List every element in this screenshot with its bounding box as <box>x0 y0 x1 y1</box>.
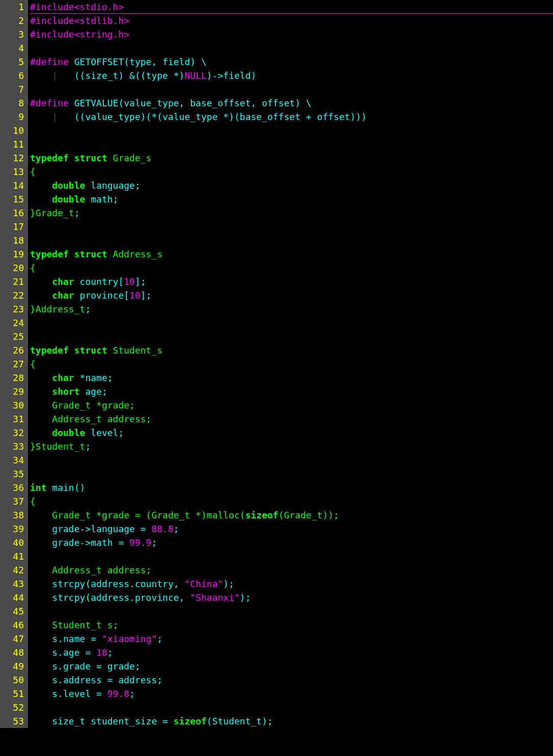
code-token <box>30 180 52 191</box>
code-token <box>30 427 52 438</box>
code-token: *name; <box>80 372 113 383</box>
code-line[interactable] <box>30 453 553 467</box>
code-line[interactable]: #include<string.h> <box>30 27 553 41</box>
line-number: 47 <box>0 632 24 646</box>
code-token <box>30 111 52 122</box>
code-line[interactable]: }Student_t; <box>30 440 553 453</box>
code-token: Student_t <box>36 441 86 452</box>
code-line[interactable]: char province[10]; <box>30 288 553 302</box>
code-token <box>107 345 113 356</box>
code-line[interactable]: s.grade = grade; <box>30 659 553 673</box>
code-line[interactable]: #define GETVALUE(value_type, base_offset… <box>30 96 553 110</box>
code-line[interactable] <box>30 220 553 234</box>
code-token: char <box>52 290 74 301</box>
code-line[interactable]: Grade_t *grade; <box>30 398 553 412</box>
code-line[interactable]: }Address_t; <box>30 302 553 316</box>
code-line[interactable]: char country[10]; <box>30 275 553 288</box>
code-token <box>30 70 52 81</box>
code-token: | <box>52 70 74 81</box>
code-token <box>30 688 52 699</box>
code-token: language; <box>91 180 141 191</box>
code-line[interactable]: Address_t address; <box>30 563 553 577</box>
line-number: 9 <box>0 110 24 124</box>
code-line[interactable]: short age; <box>30 385 553 398</box>
code-token <box>30 661 52 672</box>
code-line[interactable]: | ((value_type)(*(value_type *)(base_off… <box>30 110 553 124</box>
code-token: ; <box>85 441 91 452</box>
code-token: { <box>30 359 36 369</box>
code-line[interactable]: Grade_t *grade = (Grade_t *)malloc(sizeo… <box>30 508 553 522</box>
code-line[interactable]: }Grade_t; <box>30 206 553 220</box>
code-token: strcpy(address.country, <box>52 578 184 589</box>
code-line[interactable]: char *name; <box>30 371 553 385</box>
code-area[interactable]: #include<stdio.h>#include<stdlib.h>#incl… <box>28 0 553 728</box>
code-line[interactable]: strcpy(address.province, "Shaanxi"); <box>30 591 553 604</box>
code-line[interactable]: typedef struct Grade_s <box>30 151 553 165</box>
code-token: ; <box>74 208 80 218</box>
code-token: "Shaanxi" <box>190 592 240 603</box>
code-token: "China" <box>184 578 223 589</box>
code-line[interactable]: grade->language = 88.8; <box>30 522 553 536</box>
code-line[interactable] <box>30 82 553 96</box>
code-line[interactable]: double language; <box>30 179 553 192</box>
code-line[interactable]: { <box>30 357 553 371</box>
code-line[interactable]: #define GETOFFSET(type, field) \ <box>30 55 553 69</box>
code-line[interactable]: s.age = 18; <box>30 646 553 659</box>
code-line[interactable] <box>30 137 553 151</box>
code-line[interactable]: double level; <box>30 426 553 440</box>
code-token: struct <box>74 153 107 163</box>
code-line[interactable]: Student_t s; <box>30 618 553 632</box>
code-line[interactable]: #include<stdio.h> <box>30 0 553 14</box>
line-number: 21 <box>0 275 24 288</box>
code-token <box>107 153 113 163</box>
code-line[interactable]: double math; <box>30 192 553 206</box>
code-line[interactable] <box>30 316 553 330</box>
code-token: size_t student_size = <box>52 716 173 726</box>
code-line[interactable]: s.address = address; <box>30 673 553 687</box>
code-token <box>30 400 52 411</box>
code-line[interactable] <box>30 41 553 55</box>
code-token <box>69 345 74 356</box>
line-number: 43 <box>0 577 24 591</box>
code-token <box>30 414 52 424</box>
code-line[interactable] <box>30 549 553 563</box>
code-token <box>30 194 52 205</box>
code-line[interactable] <box>30 124 553 137</box>
code-line[interactable] <box>30 234 553 247</box>
line-number: 7 <box>0 82 24 96</box>
code-line[interactable]: #include<stdlib.h> <box>30 14 553 27</box>
code-token: | <box>52 111 74 122</box>
code-line[interactable] <box>30 604 553 618</box>
line-number: 33 <box>0 440 24 453</box>
line-number: 53 <box>0 714 24 728</box>
code-line[interactable]: typedef struct Address_s <box>30 247 553 261</box>
code-line[interactable]: int main() <box>30 481 553 495</box>
code-editor[interactable]: 1234567891011121314151617181920212223242… <box>0 0 553 728</box>
code-token <box>47 482 52 493</box>
code-line[interactable] <box>30 701 553 714</box>
line-number: 34 <box>0 453 24 467</box>
code-line[interactable]: { <box>30 261 553 275</box>
code-line[interactable]: { <box>30 495 553 508</box>
code-line[interactable]: size_t student_size = sizeof(Student_t); <box>30 714 553 728</box>
code-line[interactable] <box>30 330 553 343</box>
code-token: int <box>30 482 47 493</box>
code-token: #include <box>30 15 74 26</box>
code-line[interactable] <box>30 467 553 481</box>
code-line[interactable]: Address_t address; <box>30 412 553 426</box>
code-token: 10 <box>124 276 135 287</box>
line-number: 39 <box>0 522 24 536</box>
code-line[interactable]: grade->math = 99.9; <box>30 536 553 549</box>
code-line[interactable]: | ((size_t) &((type *)NULL)->field) <box>30 69 553 82</box>
code-line[interactable]: typedef struct Student_s <box>30 343 553 357</box>
code-line[interactable]: s.level = 99.8; <box>30 687 553 701</box>
line-number: 50 <box>0 673 24 687</box>
code-token <box>30 675 52 685</box>
code-token: 99.8 <box>107 688 129 699</box>
code-line[interactable]: strcpy(address.country, "China"); <box>30 577 553 591</box>
code-line[interactable]: s.name = "xiaoming"; <box>30 632 553 646</box>
code-token <box>85 180 91 191</box>
code-token: double <box>52 427 85 438</box>
line-number: 42 <box>0 563 24 577</box>
code-line[interactable]: { <box>30 165 553 179</box>
